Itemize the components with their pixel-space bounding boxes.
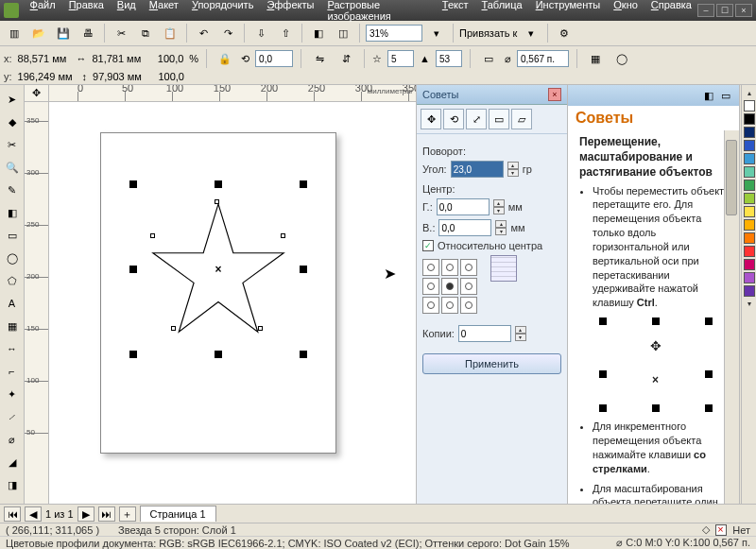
- selection-handle[interactable]: [215, 351, 222, 358]
- color-swatch[interactable]: [744, 285, 755, 297]
- mode-rotate-icon[interactable]: ⟲: [443, 109, 464, 129]
- print-icon[interactable]: 🖶: [77, 23, 98, 43]
- menu-item[interactable]: Растровые изображения: [321, 0, 434, 24]
- mirror-h-icon[interactable]: ⇋: [309, 48, 330, 69]
- selection-handle[interactable]: [129, 266, 137, 273]
- save-icon[interactable]: 💾: [53, 23, 74, 43]
- lock-ratio-icon[interactable]: 🔒: [215, 48, 235, 69]
- height-value[interactable]: 97,903 мм: [93, 71, 142, 82]
- selection-bounding-box[interactable]: ×: [133, 184, 303, 354]
- color-swatch[interactable]: [744, 232, 755, 244]
- outline-style-icon[interactable]: ▭: [478, 48, 499, 69]
- import-icon[interactable]: ⇩: [250, 23, 271, 43]
- zoom-tool-icon[interactable]: 🔍: [2, 157, 23, 178]
- vertical-ruler[interactable]: 35030025020015010050: [25, 102, 49, 504]
- shape-node[interactable]: [215, 199, 219, 204]
- page-next-icon[interactable]: ▶: [77, 506, 94, 522]
- table-tool-icon[interactable]: ▦: [2, 316, 23, 336]
- shape-node[interactable]: [281, 233, 285, 238]
- horizontal-ruler[interactable]: миллиметры 050100150200250300350: [49, 85, 416, 102]
- export-icon[interactable]: ⇧: [275, 23, 296, 43]
- selection-handle[interactable]: [215, 180, 222, 188]
- crop-tool-icon[interactable]: ✂: [2, 134, 23, 155]
- color-swatch[interactable]: [744, 153, 755, 164]
- outline-width-input[interactable]: [517, 50, 569, 67]
- mode-size-icon[interactable]: ▭: [489, 109, 509, 129]
- page-first-icon[interactable]: ⏮: [4, 506, 21, 522]
- convert-curves-icon[interactable]: ◯: [611, 48, 632, 69]
- mode-position-icon[interactable]: ✥: [421, 109, 441, 129]
- docker-header[interactable]: Советы ×: [417, 85, 567, 105]
- page-add-icon[interactable]: ＋: [119, 506, 136, 522]
- hints-header[interactable]: ◧ ▭: [568, 85, 739, 106]
- star-shape[interactable]: [150, 201, 286, 337]
- color-swatch[interactable]: [744, 140, 755, 151]
- shape-node[interactable]: [150, 233, 155, 238]
- mode-skew-icon[interactable]: ▱: [511, 109, 532, 129]
- copies-input[interactable]: [458, 325, 511, 342]
- pick-tool-icon[interactable]: ➤: [2, 89, 23, 110]
- color-swatch[interactable]: [744, 206, 755, 217]
- snap-dropdown-icon[interactable]: ▾: [521, 23, 541, 43]
- selection-handle[interactable]: [300, 180, 307, 188]
- color-swatch[interactable]: [744, 166, 755, 178]
- selection-handle[interactable]: [300, 351, 307, 358]
- zoom-dropdown-icon[interactable]: ▾: [426, 23, 447, 43]
- rotation-input[interactable]: [255, 50, 293, 67]
- menu-item[interactable]: Макет: [144, 0, 184, 24]
- scale-x[interactable]: 100,0: [158, 53, 184, 64]
- copy-icon[interactable]: ⧉: [135, 23, 156, 43]
- center-x-input[interactable]: [437, 198, 490, 215]
- anchor-grid[interactable]: [422, 259, 477, 314]
- selection-handle[interactable]: [129, 351, 137, 358]
- page-last-icon[interactable]: ⏭: [98, 506, 115, 522]
- menu-item[interactable]: Таблица: [476, 0, 528, 24]
- menu-item[interactable]: Упорядочить: [186, 0, 259, 24]
- color-swatch[interactable]: [744, 246, 755, 257]
- paste-icon[interactable]: 📋: [160, 23, 180, 43]
- mirror-v-icon[interactable]: ⇵: [335, 48, 356, 69]
- redo-icon[interactable]: ↷: [217, 23, 238, 43]
- eyedropper-tool-icon[interactable]: ⟋: [2, 406, 23, 427]
- apply-button[interactable]: Применить: [422, 353, 561, 374]
- docker-close-icon[interactable]: ×: [548, 88, 561, 101]
- app-launcher-icon[interactable]: ◧: [308, 23, 329, 43]
- smart-fill-icon[interactable]: ◧: [2, 202, 23, 223]
- page-prev-icon[interactable]: ◀: [25, 506, 42, 522]
- menu-item[interactable]: Текст: [437, 0, 474, 24]
- wrap-text-icon[interactable]: ▦: [585, 48, 606, 69]
- selection-handle[interactable]: [300, 266, 307, 273]
- polygon-tool-icon[interactable]: ⬠: [2, 270, 23, 291]
- open-icon[interactable]: 📂: [28, 23, 49, 43]
- menu-item[interactable]: Эффекты: [261, 0, 319, 24]
- outline-tool-icon[interactable]: ⌀: [2, 429, 23, 450]
- palette-down-icon[interactable]: ▾: [747, 300, 751, 308]
- new-icon[interactable]: ▥: [4, 23, 25, 43]
- menu-item[interactable]: Справка: [645, 0, 697, 24]
- color-swatch[interactable]: [744, 113, 755, 125]
- menu-item[interactable]: Правка: [63, 0, 110, 24]
- hints-settings-icon[interactable]: ◧: [701, 88, 716, 103]
- color-swatch[interactable]: [744, 272, 755, 283]
- outline-swatch-icon[interactable]: ⌀: [616, 537, 623, 548]
- shape-node[interactable]: [171, 326, 176, 331]
- menu-item[interactable]: Окно: [608, 0, 644, 24]
- x-value[interactable]: 88,571 мм: [18, 53, 67, 64]
- menu-item[interactable]: Файл: [25, 0, 61, 24]
- center-y-input[interactable]: [438, 219, 491, 236]
- undo-icon[interactable]: ↶: [193, 23, 214, 43]
- page-tab[interactable]: Страница 1: [140, 506, 216, 522]
- selection-handle[interactable]: [129, 180, 137, 188]
- width-value[interactable]: 81,781 мм: [92, 53, 141, 64]
- fill-tool-icon[interactable]: ◢: [2, 452, 23, 472]
- connector-tool-icon[interactable]: ⌐: [2, 361, 23, 382]
- maximize-button[interactable]: ☐: [716, 4, 733, 17]
- scale-y[interactable]: 100,0: [158, 71, 184, 82]
- text-tool-icon[interactable]: A: [2, 293, 23, 314]
- freehand-tool-icon[interactable]: ✎: [2, 180, 23, 200]
- color-swatch[interactable]: [744, 180, 755, 191]
- relative-checkbox[interactable]: ✓: [422, 240, 434, 251]
- ellipse-tool-icon[interactable]: ◯: [2, 248, 23, 268]
- color-swatch[interactable]: [744, 100, 755, 112]
- options-icon[interactable]: ⚙: [554, 23, 575, 43]
